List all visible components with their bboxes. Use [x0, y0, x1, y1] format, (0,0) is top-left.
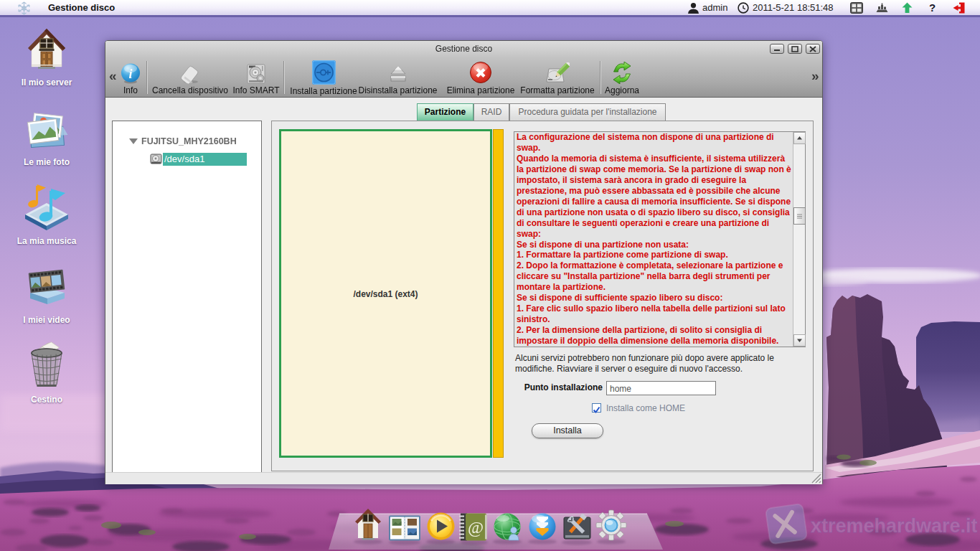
svg-text:@: @: [468, 518, 484, 537]
svg-text:xtremehardware.it: xtremehardware.it: [811, 515, 977, 537]
svg-text:i: i: [128, 67, 132, 81]
